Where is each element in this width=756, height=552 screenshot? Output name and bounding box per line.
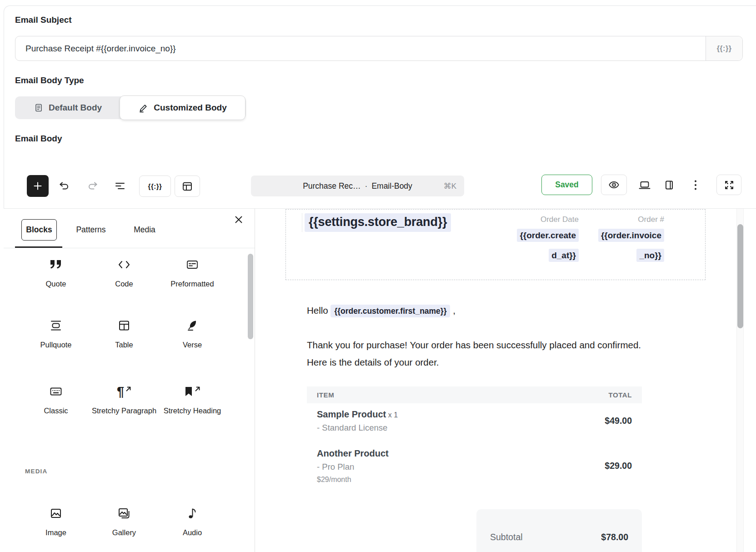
- add-block-button[interactable]: [27, 175, 49, 197]
- tab-blocks[interactable]: Blocks: [21, 219, 57, 241]
- item-recurring-note: $29/month: [317, 476, 632, 484]
- document-overview-button[interactable]: [111, 177, 129, 195]
- fullscreen-icon: [723, 179, 735, 191]
- block-item-classic[interactable]: Classic: [22, 383, 90, 416]
- block-label: Classic: [44, 406, 68, 416]
- merge-tags-button[interactable]: {{:}}: [139, 176, 171, 197]
- customer-name-merge-tag[interactable]: {{order.customer.first_name}}: [330, 305, 450, 317]
- block-item-table[interactable]: Table: [90, 317, 158, 350]
- body-paragraph[interactable]: Thank you for purchase! Your order has b…: [307, 336, 644, 371]
- item-column-header: ITEM: [317, 391, 334, 399]
- customized-body-label: Customized Body: [154, 103, 226, 113]
- email-body-label: Email Body: [15, 134, 62, 144]
- block-item-gallery[interactable]: Gallery: [90, 505, 158, 537]
- tab-patterns[interactable]: Patterns: [65, 219, 116, 241]
- store-brand-cell[interactable]: {{settings.store_brand}}: [302, 213, 451, 232]
- block-item-pullquote[interactable]: Pullquote: [22, 317, 90, 350]
- subtotal-label: Subtotal: [490, 532, 523, 552]
- greeting-suffix: ,: [453, 305, 456, 316]
- block-label: Verse: [183, 340, 202, 350]
- command-shortcut: ⌘K: [444, 176, 456, 196]
- block-item-quote[interactable]: Quote: [22, 256, 90, 289]
- subtotal-value: $78.00: [601, 532, 628, 552]
- block-item-audio[interactable]: Audio: [158, 505, 226, 537]
- preview-scrollbar-thumb[interactable]: [737, 224, 743, 328]
- layout-icon: [181, 181, 193, 192]
- close-icon: [233, 214, 244, 225]
- block-label: Image: [45, 527, 66, 537]
- undo-button[interactable]: [56, 177, 73, 195]
- settings-sidebar-button[interactable]: [659, 176, 679, 194]
- stretchy-paragraph-icon: ¶: [117, 383, 131, 400]
- block-label: Pullquote: [40, 340, 72, 350]
- email-template-editor: Email Subject Purchase Receipt #{{order.…: [0, 0, 756, 552]
- email-header-block[interactable]: {{settings.store_brand}} Order Date {{or…: [285, 209, 706, 280]
- block-item-preformatted[interactable]: Preformatted: [158, 256, 226, 289]
- table-row[interactable]: Another Product - Pro Plan $29/month $29…: [307, 442, 642, 484]
- block-item-stretchy-heading[interactable]: Stretchy Heading: [158, 383, 226, 416]
- greeting-paragraph[interactable]: Hello {{order.customer.first_name}} ,: [307, 305, 456, 316]
- store-brand-merge-tag[interactable]: {{settings.store_brand}}: [305, 213, 451, 232]
- title-separator: ·: [365, 181, 368, 191]
- inserter-scrollbar-thumb[interactable]: [248, 254, 253, 339]
- verse-leaf-icon: [186, 317, 199, 334]
- email-subject-value[interactable]: Purchase Receipt #{{order.invoice_no}}: [15, 36, 706, 60]
- block-item-verse[interactable]: Verse: [158, 317, 226, 350]
- code-icon: [117, 256, 131, 273]
- table-row[interactable]: Sample Product x 1 - Standard License $4…: [307, 403, 642, 433]
- command-palette-bar[interactable]: Purchase Rec… · Email-Body ⌘K: [251, 176, 464, 196]
- pullquote-icon: [50, 317, 62, 334]
- template-layout-button[interactable]: [175, 176, 200, 197]
- email-body-type-label: Email Body Type: [15, 75, 84, 85]
- item-price: $29.00: [605, 461, 632, 471]
- options-menu-button[interactable]: [686, 176, 706, 194]
- tabs-bottom-border: [4, 248, 255, 248]
- block-label: Table: [115, 340, 133, 350]
- document-title: Purchase Rec…: [303, 181, 360, 191]
- saved-button[interactable]: Saved: [541, 175, 592, 195]
- block-item-stretchy-paragraph[interactable]: ¶ Stretchy Paragraph: [90, 383, 158, 416]
- item-variant: - Standard License: [317, 423, 632, 433]
- close-inserter-button[interactable]: [229, 210, 248, 229]
- block-label: Stretchy Paragraph: [92, 406, 156, 416]
- greeting-prefix: Hello: [307, 305, 328, 316]
- eye-icon: [608, 179, 620, 191]
- order-number-merge-tag-line2[interactable]: _no}}: [636, 249, 664, 262]
- list-view-icon: [114, 180, 126, 192]
- order-number-cell[interactable]: Order # {{order.invoice _no}}: [560, 215, 664, 264]
- laptop-icon: [638, 179, 651, 191]
- order-number-merge-tag-line1[interactable]: {{order.invoice: [598, 229, 664, 242]
- device-preview-button[interactable]: [634, 176, 656, 194]
- media-section-label: MEDIA: [25, 468, 48, 475]
- default-body-label: Default Body: [49, 103, 102, 113]
- item-variant: - Pro Plan: [317, 462, 632, 472]
- merge-tags-suffix-button[interactable]: {{:}}: [706, 36, 742, 60]
- item-name: Sample Product: [317, 409, 386, 419]
- default-body-option[interactable]: Default Body: [15, 96, 120, 119]
- customized-body-option[interactable]: Customized Body: [120, 95, 245, 120]
- order-items-table[interactable]: ITEM TOTAL Sample Product x 1 - Standard…: [307, 386, 642, 484]
- order-summary-box[interactable]: Subtotal $78.00: [476, 509, 642, 552]
- item-quantity: x 1: [388, 411, 398, 419]
- block-item-code[interactable]: Code: [90, 256, 158, 289]
- email-preview-canvas: {{settings.store_brand}} Order Date {{or…: [255, 209, 756, 552]
- tab-media[interactable]: Media: [122, 219, 167, 241]
- preformatted-icon: [186, 256, 199, 273]
- fullscreen-button[interactable]: [716, 175, 741, 195]
- redo-button[interactable]: [84, 177, 101, 195]
- image-icon: [49, 505, 63, 522]
- email-subject-input[interactable]: Purchase Receipt #{{order.invoice_no}} {…: [15, 36, 743, 61]
- body-type-segmented-control: Default Body Customized Body: [15, 96, 246, 119]
- block-item-image[interactable]: Image: [22, 505, 90, 537]
- gallery-icon: [117, 505, 131, 522]
- block-label: Audio: [183, 527, 202, 537]
- block-label: Gallery: [112, 527, 136, 537]
- block-label: Code: [115, 279, 133, 289]
- item-name: Another Product: [317, 448, 389, 458]
- classic-keyboard-icon: [49, 383, 63, 400]
- stretchy-heading-icon: [184, 383, 200, 400]
- table-icon: [118, 317, 130, 334]
- order-number-label: Order #: [560, 215, 664, 224]
- preview-button[interactable]: [601, 175, 627, 195]
- document-icon: [34, 103, 44, 113]
